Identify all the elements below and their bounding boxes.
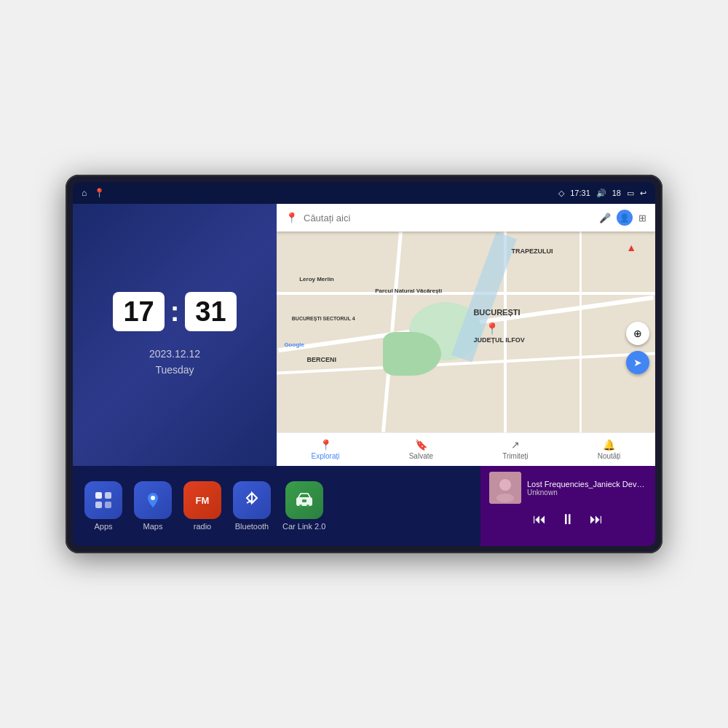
app-icon-apps[interactable]: Apps: [84, 481, 122, 531]
bluetooth-label: Bluetooth: [235, 522, 269, 531]
map-label-google: Google: [284, 341, 304, 348]
top-section: 17 : 31 2023.12.12 Tuesday: [73, 204, 655, 466]
maps-label: Maps: [143, 522, 163, 531]
maps-status-icon[interactable]: 📍: [94, 188, 105, 198]
svg-point-11: [496, 494, 514, 502]
clock-colon: :: [170, 298, 180, 325]
volume-icon: 🔊: [596, 189, 606, 198]
send-icon: ↗: [511, 439, 520, 451]
clock-hour: 17: [123, 298, 154, 325]
music-play-button[interactable]: ⏸: [561, 511, 575, 528]
clock-minute-block: 31: [185, 292, 236, 331]
account-icon[interactable]: 👤: [617, 210, 633, 226]
svg-point-10: [499, 479, 511, 491]
map-layers-icon[interactable]: ⊞: [638, 213, 646, 223]
radio-label: radio: [194, 522, 211, 531]
svg-rect-8: [302, 499, 306, 502]
news-icon: 🔔: [603, 439, 615, 451]
map-label-bucuresti: BUCUREȘTI: [473, 308, 520, 317]
svg-point-4: [151, 496, 155, 500]
clock-minute: 31: [195, 298, 226, 325]
map-label-parc: Parcul Natural Văcărești: [375, 288, 442, 294]
app-icon-radio[interactable]: FM radio: [183, 481, 221, 531]
google-maps-pin-icon: 📍: [285, 212, 298, 223]
music-next-button[interactable]: ⏭: [590, 512, 603, 527]
map-area[interactable]: TRAPEZULUI BUCUREȘTI JUDEȚUL ILFOV Parcu…: [277, 232, 655, 432]
radio-icon-bg: FM: [183, 481, 221, 519]
apps-label: Apps: [94, 522, 112, 531]
carlink-icon-bg: [285, 481, 323, 519]
volume-level: 18: [612, 189, 621, 197]
device-screen: ⌂ 📍 ◇ 17:31 🔊 18 ▭ ↩ 17: [73, 182, 655, 546]
clock-date-text: 2023.12.12: [149, 346, 200, 362]
maps-icon-bg: [134, 481, 172, 519]
svg-rect-2: [95, 502, 102, 508]
map-search-bar: 📍 🎤 👤 ⊞: [277, 204, 655, 232]
saved-icon: 🔖: [415, 439, 427, 451]
music-panel: Lost Frequencies_Janieck Devy-... Unknow…: [480, 466, 655, 546]
map-navigate-btn[interactable]: ➤: [626, 351, 649, 374]
music-thumbnail: [489, 472, 521, 504]
map-nav-news-label: Noutăți: [598, 452, 621, 460]
map-green-area: [383, 332, 441, 376]
app-icon-maps[interactable]: Maps: [134, 481, 172, 531]
map-nav-explore-label: Explorați: [312, 452, 340, 460]
app-icon-bluetooth[interactable]: Bluetooth: [233, 481, 271, 531]
bluetooth-icon-bg: [233, 481, 271, 519]
clock-day-text: Tuesday: [149, 362, 200, 378]
battery-icon: ▭: [627, 189, 634, 198]
music-controls: ⏮ ⏸ ⏭: [489, 511, 646, 528]
back-icon[interactable]: ↩: [640, 189, 646, 198]
app-icon-carlink[interactable]: Car Link 2.0: [282, 481, 325, 531]
bottom-section: Apps Maps: [73, 466, 655, 546]
map-label-sector4: BUCUREȘTI SECTORUL 4: [292, 316, 355, 321]
apps-icon-bg: [84, 481, 122, 519]
map-nav-saved-label: Salvate: [409, 452, 433, 460]
music-artist: Unknown: [527, 488, 646, 496]
svg-rect-3: [105, 502, 111, 508]
app-icons-panel: Apps Maps: [73, 466, 480, 546]
map-road: [277, 292, 655, 295]
map-nav-send-label: Trimiteți: [502, 452, 528, 460]
device-outer: ⌂ 📍 ◇ 17:31 🔊 18 ▭ ↩ 17: [66, 175, 662, 553]
clock-display: 17 : 31: [113, 292, 236, 331]
clock-date: 2023.12.12 Tuesday: [149, 346, 200, 379]
svg-point-6: [299, 505, 302, 507]
north-indicator: ▲: [626, 242, 636, 253]
svg-point-7: [306, 505, 309, 507]
music-title: Lost Frequencies_Janieck Devy-...: [527, 480, 646, 488]
music-info: Lost Frequencies_Janieck Devy-... Unknow…: [527, 480, 646, 496]
map-nav-explore[interactable]: 📍 Explorați: [306, 436, 346, 463]
map-label-leroy: Leroy Merlin: [299, 276, 334, 282]
map-nav-news[interactable]: 🔔 Noutăți: [592, 436, 627, 463]
map-location-btn[interactable]: ⊕: [626, 322, 649, 345]
map-panel: 📍 🎤 👤 ⊞: [277, 204, 655, 466]
status-left: ⌂ 📍: [82, 188, 105, 198]
explore-icon: 📍: [320, 439, 332, 451]
home-icon[interactable]: ⌂: [82, 188, 87, 198]
map-nav-saved[interactable]: 🔖 Salvate: [403, 436, 439, 463]
signal-icon: ◇: [558, 189, 564, 198]
main-content: 17 : 31 2023.12.12 Tuesday: [73, 204, 655, 546]
map-label-berceni: BERCENI: [307, 356, 337, 363]
map-label-ilfov: JUDEȚUL ILFOV: [473, 336, 524, 344]
clock-hour-block: 17: [113, 292, 164, 331]
status-right: ◇ 17:31 🔊 18 ▭ ↩: [558, 189, 646, 198]
map-nav-send[interactable]: ↗ Trimiteți: [496, 436, 534, 463]
map-controls-right: ⊕ ➤: [626, 322, 649, 374]
map-road: [579, 232, 582, 432]
carlink-label: Car Link 2.0: [282, 522, 325, 531]
map-background: TRAPEZULUI BUCUREȘTI JUDEȚUL ILFOV Parcu…: [277, 232, 655, 432]
map-search-input[interactable]: [304, 213, 593, 223]
location-marker: 📍: [485, 322, 499, 336]
svg-rect-0: [95, 492, 102, 499]
clock-panel: 17 : 31 2023.12.12 Tuesday: [73, 204, 277, 466]
status-bar: ⌂ 📍 ◇ 17:31 🔊 18 ▭ ↩: [73, 182, 655, 204]
music-top: Lost Frequencies_Janieck Devy-... Unknow…: [489, 472, 646, 504]
map-bottom-nav: 📍 Explorați 🔖 Salvate ↗ Trimiteți 🔔: [277, 432, 655, 466]
music-prev-button[interactable]: ⏮: [533, 512, 546, 527]
time-display: 17:31: [570, 189, 590, 197]
map-label-trapezului: TRAPEZULUI: [511, 248, 553, 255]
svg-rect-1: [105, 492, 111, 499]
mic-icon[interactable]: 🎤: [599, 213, 611, 223]
